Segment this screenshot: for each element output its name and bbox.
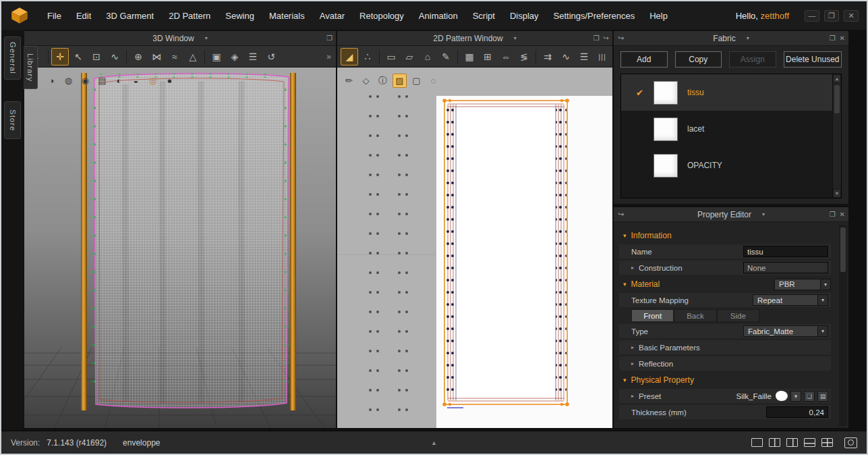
rectangle-icon[interactable]: ✎ bbox=[437, 48, 455, 65]
show-pose-icon[interactable]: ◒ bbox=[129, 74, 143, 88]
menu-2d-pattern[interactable]: 2D Pattern bbox=[162, 7, 217, 25]
delete-unused-button[interactable]: Delete Unused bbox=[784, 51, 842, 68]
preset-save-button[interactable]: ▤ bbox=[817, 391, 828, 402]
texture-mapping-select[interactable]: Repeat ▾ bbox=[753, 294, 828, 306]
select-lasso-icon[interactable]: ∿ bbox=[106, 48, 123, 65]
name-input[interactable]: tissu bbox=[743, 246, 828, 257]
2d-canvas[interactable] bbox=[337, 68, 612, 428]
menu-script[interactable]: Script bbox=[466, 7, 502, 25]
expand-icon[interactable]: ▸ bbox=[631, 393, 634, 399]
menu-edit[interactable]: Edit bbox=[69, 7, 98, 25]
scroll-thumb[interactable] bbox=[840, 228, 846, 272]
trace-icon[interactable]: ⇉ bbox=[539, 48, 556, 65]
tab-back[interactable]: Back bbox=[674, 309, 716, 322]
menu-file[interactable]: File bbox=[40, 7, 68, 25]
notch-icon[interactable]: ≶ bbox=[515, 48, 533, 65]
fabric-list-item[interactable]: ✔ tissu bbox=[621, 74, 841, 111]
scroll-thumb[interactable] bbox=[834, 85, 840, 113]
property-close-icon[interactable]: ✕ bbox=[840, 211, 845, 218]
copy-button[interactable]: Copy bbox=[675, 51, 722, 68]
layout-two-pane-icon[interactable] bbox=[769, 438, 780, 447]
assign-button[interactable]: Assign bbox=[729, 51, 776, 68]
garment-mesh[interactable] bbox=[92, 74, 289, 408]
seam-allowance-icon[interactable]: ∿ bbox=[557, 48, 575, 65]
close-button[interactable]: ✕ bbox=[844, 10, 859, 22]
scroll-down-icon[interactable]: ▼ bbox=[833, 189, 841, 198]
select-move-icon[interactable]: ✛ bbox=[51, 48, 69, 65]
property-dock-icon[interactable]: ↪ bbox=[618, 210, 624, 219]
menu-settings[interactable]: Settings/Preferences bbox=[547, 7, 642, 25]
property-float-icon[interactable]: ❐ bbox=[830, 211, 836, 218]
add-point-icon[interactable]: ▱ bbox=[401, 48, 418, 65]
fabric-close-icon[interactable]: ✕ bbox=[840, 34, 845, 42]
tab-library[interactable]: Library bbox=[24, 46, 38, 89]
edit-curve-icon[interactable]: ▭ bbox=[382, 48, 400, 65]
chevron-down-icon[interactable]: ▾ bbox=[820, 279, 830, 290]
section-information[interactable]: ▾ Information bbox=[619, 229, 831, 242]
shader-select[interactable]: PBR ▾ bbox=[774, 279, 831, 290]
tab-general[interactable]: General bbox=[4, 36, 21, 80]
sewing-icon[interactable]: ⋈ bbox=[148, 48, 165, 65]
layout-wide-left-icon[interactable] bbox=[786, 438, 798, 447]
pattern-info-icon[interactable]: ⓘ bbox=[376, 74, 390, 88]
3d-scene[interactable] bbox=[24, 68, 336, 428]
select-box-icon[interactable]: ⊡ bbox=[88, 48, 105, 65]
2d-window-float-icon[interactable]: ❐ bbox=[594, 34, 600, 42]
fabric-swatch[interactable] bbox=[654, 117, 678, 141]
toolbar-overflow-icon[interactable]: » bbox=[326, 52, 332, 61]
chevron-down-icon[interactable]: ▾ bbox=[817, 326, 828, 336]
fabric-list-item[interactable]: OPACITY bbox=[621, 147, 841, 184]
menu-retopology[interactable]: Retopology bbox=[353, 7, 411, 25]
preset-dropdown-button[interactable]: ▾ bbox=[790, 391, 801, 402]
restore-button[interactable]: ❐ bbox=[824, 10, 839, 22]
construction-value[interactable]: None bbox=[743, 262, 828, 273]
show-thickness-icon[interactable]: ◐ bbox=[112, 74, 126, 88]
chevron-down-icon[interactable]: ▾ bbox=[817, 295, 828, 305]
layers-icon[interactable]: ☰ bbox=[244, 48, 262, 65]
type-select[interactable]: Fabric_Matte ▾ bbox=[743, 325, 828, 337]
minimize-button[interactable]: — bbox=[805, 10, 819, 22]
thickness-input[interactable]: 0,24 bbox=[766, 406, 828, 418]
tab-side[interactable]: Side bbox=[717, 309, 759, 322]
internal-polygon-icon[interactable]: ▦ bbox=[461, 48, 478, 65]
2d-window-dock-icon[interactable]: ↪ bbox=[604, 34, 609, 42]
add-button[interactable]: Add bbox=[620, 51, 668, 68]
show-texture-icon[interactable]: ◍ bbox=[61, 74, 76, 88]
show-mesh-2d-icon[interactable]: ◌ bbox=[426, 74, 440, 88]
show-avatar-skin-icon[interactable]: ◉ bbox=[78, 74, 92, 88]
menu-animation[interactable]: Animation bbox=[412, 7, 465, 25]
edit-annotation-icon[interactable]: ✏ bbox=[342, 74, 356, 88]
layout-single-icon[interactable] bbox=[751, 438, 763, 447]
property-menu-icon[interactable]: ▾ bbox=[762, 211, 765, 217]
property-scrollbar[interactable] bbox=[839, 225, 847, 426]
section-material[interactable]: ▾ Material PBR ▾ bbox=[619, 277, 831, 291]
pin-icon[interactable]: ⊕ bbox=[129, 48, 147, 65]
edit-pattern-icon[interactable]: ∴ bbox=[359, 48, 376, 65]
section-physical-property[interactable]: ▾ Physical Property bbox=[619, 373, 831, 387]
flatten-icon[interactable]: △ bbox=[184, 48, 202, 65]
2d-viewport[interactable]: ✏ ◇ ⓘ ▨ ▢ ◌ bbox=[337, 68, 612, 428]
basic-parameters-row[interactable]: ▸ Basic Parameters bbox=[619, 340, 831, 354]
transform-pattern-icon[interactable]: ◢ bbox=[341, 48, 358, 65]
menu-display[interactable]: Display bbox=[503, 7, 546, 25]
show-mesh-icon[interactable]: ▤ bbox=[95, 74, 109, 88]
3d-viewport[interactable]: ◔ ◑ ◍ ◉ ▤ ◐ ◒ ◎ ● bbox=[24, 68, 336, 428]
menu-materials[interactable]: Materials bbox=[262, 7, 312, 25]
app-logo-icon[interactable] bbox=[9, 5, 30, 26]
fabric-float-icon[interactable]: ❐ bbox=[830, 34, 836, 42]
show-garment-icon[interactable]: ◑ bbox=[45, 74, 59, 88]
3d-window-float-icon[interactable]: ❐ bbox=[326, 34, 332, 42]
layer-clone-icon[interactable]: ||| bbox=[594, 48, 611, 65]
fabric-list-item[interactable]: lacet bbox=[621, 111, 841, 147]
tab-front[interactable]: Front bbox=[631, 309, 674, 322]
fabric-swatch[interactable] bbox=[654, 81, 678, 105]
2d-window-menu-icon[interactable]: ▾ bbox=[514, 35, 517, 41]
polygon-icon[interactable]: ⌂ bbox=[419, 48, 436, 65]
measure-icon[interactable]: ≈ bbox=[166, 48, 183, 65]
show-seamline-icon[interactable]: ▨ bbox=[393, 74, 407, 88]
grainline-icon[interactable]: ◇ bbox=[359, 74, 373, 88]
pole-right[interactable] bbox=[290, 73, 296, 410]
fabric-menu-icon[interactable]: ▾ bbox=[747, 35, 749, 41]
3d-window-menu-icon[interactable]: ▾ bbox=[205, 35, 208, 41]
menu-3d-garment[interactable]: 3D Garment bbox=[99, 7, 161, 25]
